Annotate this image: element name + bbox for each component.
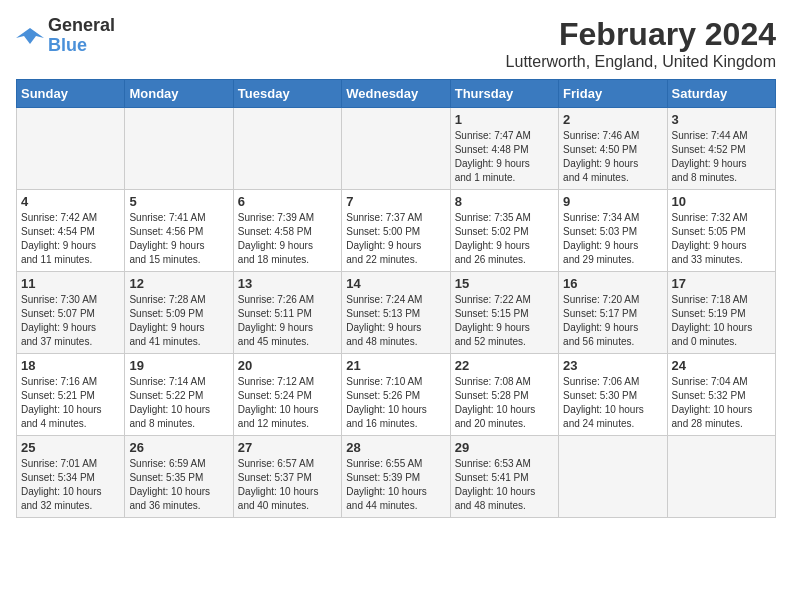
calendar-cell: 14Sunrise: 7:24 AM Sunset: 5:13 PM Dayli… — [342, 272, 450, 354]
calendar-cell — [233, 108, 341, 190]
header-cell-saturday: Saturday — [667, 80, 775, 108]
calendar-cell: 15Sunrise: 7:22 AM Sunset: 5:15 PM Dayli… — [450, 272, 558, 354]
day-number: 9 — [563, 194, 662, 209]
day-number: 15 — [455, 276, 554, 291]
day-number: 5 — [129, 194, 228, 209]
calendar-cell: 7Sunrise: 7:37 AM Sunset: 5:00 PM Daylig… — [342, 190, 450, 272]
calendar-cell: 27Sunrise: 6:57 AM Sunset: 5:37 PM Dayli… — [233, 436, 341, 518]
main-title: February 2024 — [506, 16, 776, 53]
day-number: 29 — [455, 440, 554, 455]
subtitle: Lutterworth, England, United Kingdom — [506, 53, 776, 71]
calendar-cell — [342, 108, 450, 190]
calendar-cell — [559, 436, 667, 518]
day-info: Sunrise: 7:39 AM Sunset: 4:58 PM Dayligh… — [238, 211, 337, 267]
calendar-cell: 12Sunrise: 7:28 AM Sunset: 5:09 PM Dayli… — [125, 272, 233, 354]
header-cell-thursday: Thursday — [450, 80, 558, 108]
day-number: 12 — [129, 276, 228, 291]
header-cell-wednesday: Wednesday — [342, 80, 450, 108]
calendar-cell: 24Sunrise: 7:04 AM Sunset: 5:32 PM Dayli… — [667, 354, 775, 436]
day-info: Sunrise: 7:10 AM Sunset: 5:26 PM Dayligh… — [346, 375, 445, 431]
day-number: 4 — [21, 194, 120, 209]
calendar-header: SundayMondayTuesdayWednesdayThursdayFrid… — [17, 80, 776, 108]
day-info: Sunrise: 6:53 AM Sunset: 5:41 PM Dayligh… — [455, 457, 554, 513]
week-row-1: 1Sunrise: 7:47 AM Sunset: 4:48 PM Daylig… — [17, 108, 776, 190]
calendar-cell: 17Sunrise: 7:18 AM Sunset: 5:19 PM Dayli… — [667, 272, 775, 354]
day-info: Sunrise: 7:26 AM Sunset: 5:11 PM Dayligh… — [238, 293, 337, 349]
day-number: 19 — [129, 358, 228, 373]
day-number: 23 — [563, 358, 662, 373]
day-number: 21 — [346, 358, 445, 373]
calendar-cell: 9Sunrise: 7:34 AM Sunset: 5:03 PM Daylig… — [559, 190, 667, 272]
day-number: 10 — [672, 194, 771, 209]
day-info: Sunrise: 7:28 AM Sunset: 5:09 PM Dayligh… — [129, 293, 228, 349]
header-cell-monday: Monday — [125, 80, 233, 108]
day-number: 1 — [455, 112, 554, 127]
calendar-cell: 8Sunrise: 7:35 AM Sunset: 5:02 PM Daylig… — [450, 190, 558, 272]
day-number: 26 — [129, 440, 228, 455]
calendar-cell: 13Sunrise: 7:26 AM Sunset: 5:11 PM Dayli… — [233, 272, 341, 354]
svg-marker-0 — [16, 28, 44, 44]
calendar-cell: 3Sunrise: 7:44 AM Sunset: 4:52 PM Daylig… — [667, 108, 775, 190]
calendar-cell — [667, 436, 775, 518]
title-area: February 2024 Lutterworth, England, Unit… — [506, 16, 776, 71]
calendar-cell: 21Sunrise: 7:10 AM Sunset: 5:26 PM Dayli… — [342, 354, 450, 436]
calendar-cell: 5Sunrise: 7:41 AM Sunset: 4:56 PM Daylig… — [125, 190, 233, 272]
day-info: Sunrise: 7:16 AM Sunset: 5:21 PM Dayligh… — [21, 375, 120, 431]
week-row-3: 11Sunrise: 7:30 AM Sunset: 5:07 PM Dayli… — [17, 272, 776, 354]
calendar-cell: 6Sunrise: 7:39 AM Sunset: 4:58 PM Daylig… — [233, 190, 341, 272]
header-cell-tuesday: Tuesday — [233, 80, 341, 108]
calendar-cell: 4Sunrise: 7:42 AM Sunset: 4:54 PM Daylig… — [17, 190, 125, 272]
day-info: Sunrise: 7:35 AM Sunset: 5:02 PM Dayligh… — [455, 211, 554, 267]
day-number: 17 — [672, 276, 771, 291]
day-info: Sunrise: 7:30 AM Sunset: 5:07 PM Dayligh… — [21, 293, 120, 349]
calendar-cell — [125, 108, 233, 190]
day-info: Sunrise: 7:12 AM Sunset: 5:24 PM Dayligh… — [238, 375, 337, 431]
logo-bird-icon — [16, 24, 44, 48]
day-info: Sunrise: 7:37 AM Sunset: 5:00 PM Dayligh… — [346, 211, 445, 267]
calendar-cell: 28Sunrise: 6:55 AM Sunset: 5:39 PM Dayli… — [342, 436, 450, 518]
day-number: 22 — [455, 358, 554, 373]
day-info: Sunrise: 7:06 AM Sunset: 5:30 PM Dayligh… — [563, 375, 662, 431]
day-number: 25 — [21, 440, 120, 455]
calendar-cell: 22Sunrise: 7:08 AM Sunset: 5:28 PM Dayli… — [450, 354, 558, 436]
day-number: 27 — [238, 440, 337, 455]
header: General Blue February 2024 Lutterworth, … — [16, 16, 776, 71]
calendar-cell: 20Sunrise: 7:12 AM Sunset: 5:24 PM Dayli… — [233, 354, 341, 436]
day-info: Sunrise: 7:44 AM Sunset: 4:52 PM Dayligh… — [672, 129, 771, 185]
day-info: Sunrise: 6:59 AM Sunset: 5:35 PM Dayligh… — [129, 457, 228, 513]
logo: General Blue — [16, 16, 115, 56]
day-info: Sunrise: 7:42 AM Sunset: 4:54 PM Dayligh… — [21, 211, 120, 267]
day-info: Sunrise: 6:57 AM Sunset: 5:37 PM Dayligh… — [238, 457, 337, 513]
day-info: Sunrise: 7:34 AM Sunset: 5:03 PM Dayligh… — [563, 211, 662, 267]
calendar-cell: 29Sunrise: 6:53 AM Sunset: 5:41 PM Dayli… — [450, 436, 558, 518]
day-number: 3 — [672, 112, 771, 127]
day-number: 18 — [21, 358, 120, 373]
day-number: 2 — [563, 112, 662, 127]
calendar-cell: 25Sunrise: 7:01 AM Sunset: 5:34 PM Dayli… — [17, 436, 125, 518]
calendar-cell: 1Sunrise: 7:47 AM Sunset: 4:48 PM Daylig… — [450, 108, 558, 190]
day-number: 20 — [238, 358, 337, 373]
calendar-body: 1Sunrise: 7:47 AM Sunset: 4:48 PM Daylig… — [17, 108, 776, 518]
calendar-table: SundayMondayTuesdayWednesdayThursdayFrid… — [16, 79, 776, 518]
day-info: Sunrise: 7:32 AM Sunset: 5:05 PM Dayligh… — [672, 211, 771, 267]
calendar-cell: 10Sunrise: 7:32 AM Sunset: 5:05 PM Dayli… — [667, 190, 775, 272]
calendar-cell — [17, 108, 125, 190]
day-number: 16 — [563, 276, 662, 291]
calendar-cell: 18Sunrise: 7:16 AM Sunset: 5:21 PM Dayli… — [17, 354, 125, 436]
day-info: Sunrise: 7:08 AM Sunset: 5:28 PM Dayligh… — [455, 375, 554, 431]
day-info: Sunrise: 7:47 AM Sunset: 4:48 PM Dayligh… — [455, 129, 554, 185]
calendar-cell: 11Sunrise: 7:30 AM Sunset: 5:07 PM Dayli… — [17, 272, 125, 354]
day-number: 6 — [238, 194, 337, 209]
day-info: Sunrise: 7:22 AM Sunset: 5:15 PM Dayligh… — [455, 293, 554, 349]
calendar-cell: 23Sunrise: 7:06 AM Sunset: 5:30 PM Dayli… — [559, 354, 667, 436]
day-number: 28 — [346, 440, 445, 455]
week-row-4: 18Sunrise: 7:16 AM Sunset: 5:21 PM Dayli… — [17, 354, 776, 436]
day-info: Sunrise: 7:04 AM Sunset: 5:32 PM Dayligh… — [672, 375, 771, 431]
day-info: Sunrise: 7:24 AM Sunset: 5:13 PM Dayligh… — [346, 293, 445, 349]
week-row-5: 25Sunrise: 7:01 AM Sunset: 5:34 PM Dayli… — [17, 436, 776, 518]
day-info: Sunrise: 7:01 AM Sunset: 5:34 PM Dayligh… — [21, 457, 120, 513]
day-number: 24 — [672, 358, 771, 373]
day-info: Sunrise: 7:41 AM Sunset: 4:56 PM Dayligh… — [129, 211, 228, 267]
day-number: 11 — [21, 276, 120, 291]
day-number: 14 — [346, 276, 445, 291]
